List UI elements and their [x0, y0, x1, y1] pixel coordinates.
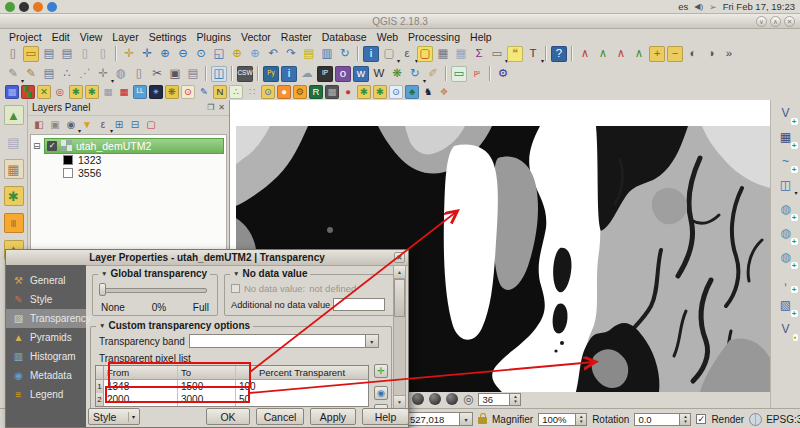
scale-combobox[interactable]: 1:527,018 ▾: [398, 412, 473, 426]
maximize-button[interactable]: ∧: [770, 16, 781, 27]
metasearch-csw-icon[interactable]: CSW: [237, 66, 253, 82]
zoom-last-icon[interactable]: ↶: [265, 46, 281, 62]
p2-plugin-icon[interactable]: p²: [469, 66, 485, 82]
plugin-r-icon[interactable]: R: [309, 85, 323, 99]
expand-all-icon[interactable]: ⊞: [112, 118, 126, 132]
cell-from[interactable]: 2000: [104, 393, 178, 406]
new-composer-icon[interactable]: ▯: [77, 46, 93, 62]
plugin-gears-icon[interactable]: ⚙: [293, 85, 307, 99]
magnifier-value[interactable]: 100%: [538, 413, 576, 426]
pan-map-icon[interactable]: ✛: [121, 46, 137, 62]
close-button[interactable]: ✕: [784, 16, 795, 27]
select-by-expression-icon[interactable]: ε▾: [399, 46, 415, 62]
transparency-band-value[interactable]: [189, 334, 366, 348]
props-tab-histogram[interactable]: ▥Histogram: [6, 347, 86, 366]
zoom-out-icon[interactable]: ⊖: [175, 46, 191, 62]
panel-close-icon[interactable]: ✕: [218, 103, 225, 112]
paste-features-icon[interactable]: ▤: [185, 66, 201, 82]
plugin-tree-icon[interactable]: ♣: [405, 85, 419, 99]
props-tab-metadata[interactable]: ◉Metadata: [6, 366, 86, 385]
menu-plugins[interactable]: Plugins: [192, 31, 236, 43]
help-button[interactable]: Help: [362, 408, 409, 425]
plugin-plug-b-icon[interactable]: ✱: [85, 85, 99, 99]
rotation-value[interactable]: 0.0: [634, 413, 680, 426]
field-calculator-icon[interactable]: ▦: [453, 46, 469, 62]
panel-float-icon[interactable]: ❐: [207, 103, 214, 112]
expander-icon[interactable]: ⊟: [33, 141, 44, 151]
add-group-icon[interactable]: ▣: [48, 118, 62, 132]
add-ring-icon[interactable]: ◍: [113, 66, 129, 82]
cell-to[interactable]: 1500: [178, 380, 236, 393]
dialog-titlebar[interactable]: Layer Properties - utah_demUTM2 | Transp…: [6, 250, 408, 266]
increase-brightness-icon[interactable]: +: [649, 46, 665, 62]
table-row[interactable]: 113481500100: [96, 380, 368, 393]
ipython-plugin-icon[interactable]: IP: [317, 66, 333, 82]
props-tab-pyramids[interactable]: ▲Pyramids: [6, 328, 86, 347]
spinner-arrows[interactable]: ▲▼: [510, 393, 521, 406]
node-tool-icon[interactable]: ⋰: [77, 66, 93, 82]
plugin-pen-blue-icon[interactable]: ✎: [197, 85, 211, 99]
local-histogram-stretch-icon[interactable]: ∧: [577, 46, 593, 62]
pointer-tray-icon[interactable]: ➢: [709, 2, 717, 12]
cell-from[interactable]: 1348: [104, 380, 178, 393]
add-raster-layer-icon[interactable]: ▦+: [777, 128, 795, 146]
osm-plugin-icon[interactable]: o: [335, 66, 351, 82]
dialog-close-icon[interactable]: ✕: [394, 252, 405, 263]
crs-label[interactable]: EPSG:32612: [766, 414, 800, 425]
composer-manager-icon[interactable]: ▯: [95, 46, 111, 62]
collapse-arrow-icon[interactable]: ▼: [99, 322, 105, 329]
increase-contrast-icon[interactable]: ◐: [685, 46, 701, 62]
local-cumulative-cut-icon[interactable]: ∧: [613, 46, 629, 62]
apply-button[interactable]: Apply: [310, 408, 356, 425]
magnifier-arrows[interactable]: ▲▼: [576, 413, 587, 426]
add-oracle-layer-icon[interactable]: ▧+: [777, 296, 795, 314]
props-tab-legend[interactable]: ≡Legend: [6, 385, 86, 404]
volume-icon[interactable]: ◀): [694, 2, 703, 11]
dock-barcode-icon[interactable]: |||: [4, 213, 24, 233]
menu-layer[interactable]: Layer: [107, 31, 143, 43]
magnifier-spinner[interactable]: 100% ▲▼: [538, 413, 587, 426]
scrollbar-thumb[interactable]: [394, 279, 405, 317]
ok-button[interactable]: OK: [206, 408, 250, 425]
plugin-scatter-icon[interactable]: ❖: [437, 85, 451, 99]
add-wms-layer-icon[interactable]: ◍▾+: [777, 200, 795, 218]
plugin-search-yellow-icon[interactable]: ⊙: [261, 85, 275, 99]
new-shapefile-layer-icon[interactable]: V▾▪: [777, 320, 795, 338]
move-feature-icon[interactable]: ✛▾: [95, 66, 111, 82]
transparency-slider-handle[interactable]: [99, 283, 106, 296]
new-project-icon[interactable]: ▯: [5, 46, 21, 62]
additional-no-data-input[interactable]: [333, 298, 385, 311]
add-wfs-layer-icon[interactable]: ◍▾+: [777, 248, 795, 266]
layer-styling-icon[interactable]: ◧: [32, 118, 46, 132]
pan-to-selection-icon[interactable]: ✛: [139, 46, 155, 62]
plugin-sine-icon[interactable]: N: [213, 85, 227, 99]
plugin-dark-grid-icon[interactable]: ▦: [325, 85, 339, 99]
plugin-plug-a-icon[interactable]: ✱: [69, 85, 83, 99]
measure-icon[interactable]: ▭▾: [489, 46, 505, 62]
remove-layer-icon[interactable]: ▢: [144, 118, 158, 132]
transparency-band-combobox[interactable]: ▾: [189, 334, 379, 348]
round-tool-3-icon[interactable]: [446, 393, 458, 405]
filter-legend-icon[interactable]: ▼: [80, 118, 94, 132]
plugin-table-icon[interactable]: ▦: [101, 85, 115, 99]
identify-features-icon[interactable]: i: [363, 46, 379, 62]
plugin-search-blue-icon[interactable]: ⊙: [389, 85, 403, 99]
full-histogram-stretch-icon[interactable]: ∧: [595, 46, 611, 62]
keyboard-layout-indicator[interactable]: es: [678, 1, 688, 12]
menu-project[interactable]: Project: [4, 31, 47, 43]
menu-settings[interactable]: Settings: [144, 31, 192, 43]
rotation-arrows[interactable]: ▲▼: [680, 413, 691, 426]
cell-percent-transparent[interactable]: 100: [236, 380, 368, 393]
scale-lock-icon[interactable]: [478, 417, 487, 424]
current-edits-icon[interactable]: ✎▾: [5, 66, 21, 82]
plugin-confetti-icon[interactable]: ∷: [245, 85, 259, 99]
add-wcs-layer-icon[interactable]: ◍+: [777, 224, 795, 242]
plugin-red-green-icon[interactable]: ▚: [21, 85, 35, 99]
add-values-manually-icon[interactable]: ✛: [374, 364, 388, 378]
column-header-to[interactable]: To: [178, 366, 236, 379]
add-values-from-display-icon[interactable]: ◉: [374, 386, 388, 400]
tray-app-3-icon[interactable]: [33, 2, 43, 12]
spiral-tool-icon[interactable]: ◎: [463, 393, 473, 405]
add-feature-icon[interactable]: ∴: [59, 66, 75, 82]
plugin-starburst-icon[interactable]: ✴: [149, 85, 163, 99]
